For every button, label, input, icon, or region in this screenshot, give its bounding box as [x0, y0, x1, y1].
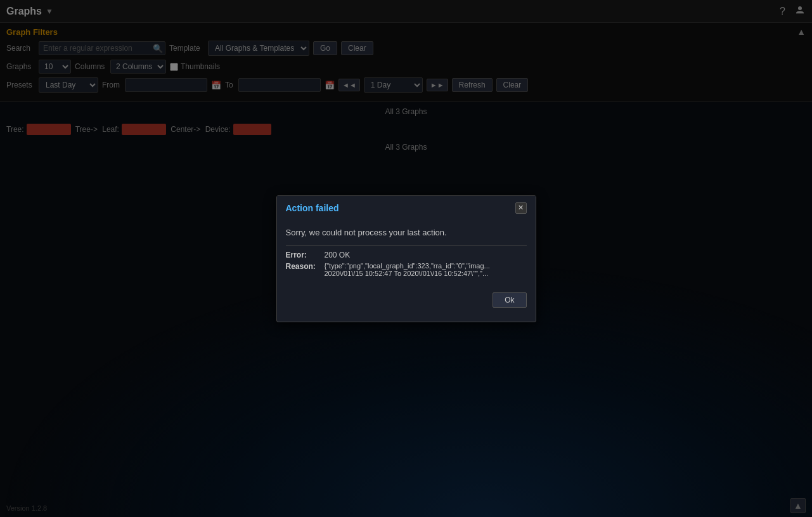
modal-footer: Ok [277, 286, 536, 315]
modal-error-row: Error: 200 OK [286, 251, 527, 259]
reason-label: Reason: [286, 262, 321, 271]
modal-body: Sorry, we could not process your last ac… [277, 219, 536, 286]
modal-divider [286, 245, 527, 245]
modal-reason-row: Reason: {"type":"png","local_graph_id":3… [286, 262, 527, 277]
modal-close-button[interactable]: ✕ [515, 202, 527, 214]
error-value: 200 OK [325, 251, 351, 259]
action-failed-modal: Action failed ✕ Sorry, we could not proc… [276, 195, 536, 322]
modal-ok-button[interactable]: Ok [493, 292, 526, 308]
modal-overlay: Action failed ✕ Sorry, we could not proc… [0, 0, 812, 517]
modal-title: Action failed [286, 203, 339, 213]
error-label: Error: [286, 251, 321, 259]
reason-value: {"type":"png","local_graph_id":323,"rra_… [325, 262, 490, 277]
modal-header: Action failed ✕ [277, 196, 536, 219]
modal-message: Sorry, we could not process your last ac… [286, 228, 527, 237]
